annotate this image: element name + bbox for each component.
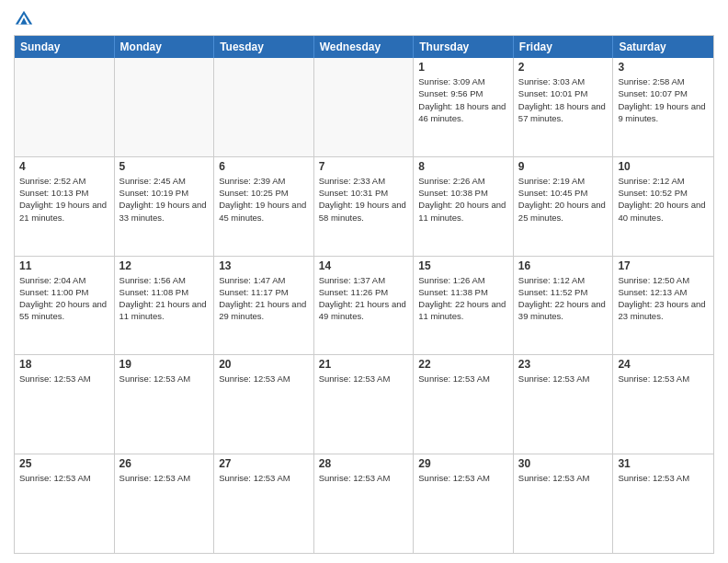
day-cell: 15Sunrise: 1:26 AM Sunset: 11:38 PM Dayl… xyxy=(414,257,514,355)
day-number: 16 xyxy=(518,259,609,272)
day-cell: 11Sunrise: 2:04 AM Sunset: 11:00 PM Dayl… xyxy=(15,257,115,355)
day-number: 12 xyxy=(119,259,210,272)
day-info: Sunrise: 2:33 AM Sunset: 10:31 PM Daylig… xyxy=(319,175,409,224)
day-info: Sunrise: 1:47 AM Sunset: 11:17 PM Daylig… xyxy=(219,274,309,323)
day-info: Sunrise: 12:53 AM xyxy=(319,472,409,484)
day-number: 30 xyxy=(518,457,609,470)
day-header-wednesday: Wednesday xyxy=(314,36,415,58)
day-cell: 26Sunrise: 12:53 AM xyxy=(115,454,215,553)
header xyxy=(14,9,714,29)
day-number: 18 xyxy=(19,358,109,371)
day-cell: 28Sunrise: 12:53 AM xyxy=(314,454,415,553)
day-info: Sunrise: 12:53 AM xyxy=(518,472,609,484)
day-cell: 21Sunrise: 12:53 AM xyxy=(314,355,415,454)
week-row-2: 4Sunrise: 2:52 AM Sunset: 10:13 PM Dayli… xyxy=(15,157,713,257)
day-number: 9 xyxy=(518,160,609,173)
day-info: Sunrise: 12:53 AM xyxy=(19,373,109,385)
day-headers: SundayMondayTuesdayWednesdayThursdayFrid… xyxy=(15,36,713,58)
day-number: 22 xyxy=(418,358,508,371)
day-cell: 13Sunrise: 1:47 AM Sunset: 11:17 PM Dayl… xyxy=(214,257,314,355)
week-row-3: 11Sunrise: 2:04 AM Sunset: 11:00 PM Dayl… xyxy=(15,257,713,356)
logo xyxy=(14,9,38,29)
day-header-saturday: Saturday xyxy=(613,36,713,58)
day-info: Sunrise: 1:26 AM Sunset: 11:38 PM Daylig… xyxy=(418,274,508,323)
day-cell xyxy=(214,58,314,156)
day-cell: 3Sunrise: 2:58 AM Sunset: 10:07 PM Dayli… xyxy=(613,58,713,156)
day-info: Sunrise: 1:12 AM Sunset: 11:52 PM Daylig… xyxy=(518,274,609,323)
week-row-1: 1Sunrise: 3:09 AM Sunset: 9:56 PM Daylig… xyxy=(15,58,713,157)
day-number: 15 xyxy=(418,259,508,272)
day-cell: 5Sunrise: 2:45 AM Sunset: 10:19 PM Dayli… xyxy=(115,157,215,256)
day-cell xyxy=(115,58,215,156)
day-info: Sunrise: 12:53 AM xyxy=(119,373,210,385)
day-number: 21 xyxy=(319,358,409,371)
day-cell: 25Sunrise: 12:53 AM xyxy=(15,454,115,553)
week-row-4: 18Sunrise: 12:53 AM19Sunrise: 12:53 AM20… xyxy=(15,355,713,454)
day-number: 23 xyxy=(518,358,609,371)
day-info: Sunrise: 1:37 AM Sunset: 11:26 PM Daylig… xyxy=(319,274,409,323)
day-cell: 2Sunrise: 3:03 AM Sunset: 10:01 PM Dayli… xyxy=(514,58,614,156)
day-number: 26 xyxy=(119,457,210,470)
day-number: 24 xyxy=(618,358,709,371)
day-cell: 20Sunrise: 12:53 AM xyxy=(214,355,314,454)
day-info: Sunrise: 2:58 AM Sunset: 10:07 PM Daylig… xyxy=(618,75,709,124)
day-cell: 16Sunrise: 1:12 AM Sunset: 11:52 PM Dayl… xyxy=(514,257,614,355)
day-cell: 1Sunrise: 3:09 AM Sunset: 9:56 PM Daylig… xyxy=(414,58,514,156)
day-cell: 24Sunrise: 12:53 AM xyxy=(613,355,713,454)
day-cell: 18Sunrise: 12:53 AM xyxy=(15,355,115,454)
day-cell: 7Sunrise: 2:33 AM Sunset: 10:31 PM Dayli… xyxy=(314,157,415,256)
day-number: 31 xyxy=(618,457,709,470)
day-info: Sunrise: 12:53 AM xyxy=(219,472,309,484)
day-info: Sunrise: 3:03 AM Sunset: 10:01 PM Daylig… xyxy=(518,75,609,124)
day-cell: 19Sunrise: 12:53 AM xyxy=(115,355,215,454)
day-number: 2 xyxy=(518,61,609,74)
day-cell xyxy=(314,58,415,156)
day-header-tuesday: Tuesday xyxy=(214,36,314,58)
day-number: 27 xyxy=(219,457,309,470)
day-number: 5 xyxy=(119,160,210,173)
day-number: 19 xyxy=(119,358,210,371)
day-header-monday: Monday xyxy=(115,36,215,58)
day-number: 25 xyxy=(19,457,109,470)
week-row-5: 25Sunrise: 12:53 AM26Sunrise: 12:53 AM27… xyxy=(15,454,713,553)
day-number: 28 xyxy=(319,457,409,470)
day-info: Sunrise: 12:53 AM xyxy=(418,472,508,484)
day-number: 8 xyxy=(418,160,508,173)
day-info: Sunrise: 12:53 AM xyxy=(319,373,409,385)
day-cell xyxy=(15,58,115,156)
day-number: 11 xyxy=(19,259,109,272)
day-info: Sunrise: 2:19 AM Sunset: 10:45 PM Daylig… xyxy=(518,175,609,224)
day-info: Sunrise: 2:52 AM Sunset: 10:13 PM Daylig… xyxy=(19,175,109,224)
day-cell: 17Sunrise: 12:50 AM Sunset: 12:13 AM Day… xyxy=(613,257,713,355)
day-cell: 22Sunrise: 12:53 AM xyxy=(414,355,514,454)
day-number: 10 xyxy=(618,160,709,173)
day-cell: 10Sunrise: 2:12 AM Sunset: 10:52 PM Dayl… xyxy=(613,157,713,256)
day-cell: 31Sunrise: 12:53 AM xyxy=(613,454,713,553)
day-info: Sunrise: 2:45 AM Sunset: 10:19 PM Daylig… xyxy=(119,175,210,224)
day-info: Sunrise: 12:53 AM xyxy=(518,373,609,385)
day-number: 7 xyxy=(319,160,409,173)
day-number: 6 xyxy=(219,160,309,173)
day-cell: 29Sunrise: 12:53 AM xyxy=(414,454,514,553)
day-cell: 4Sunrise: 2:52 AM Sunset: 10:13 PM Dayli… xyxy=(15,157,115,256)
day-info: Sunrise: 2:39 AM Sunset: 10:25 PM Daylig… xyxy=(219,175,309,224)
day-info: Sunrise: 12:50 AM Sunset: 12:13 AM Dayli… xyxy=(618,274,709,323)
day-header-sunday: Sunday xyxy=(15,36,115,58)
day-header-friday: Friday xyxy=(514,36,614,58)
day-number: 1 xyxy=(418,61,508,74)
day-number: 13 xyxy=(219,259,309,272)
day-number: 3 xyxy=(618,61,709,74)
day-cell: 23Sunrise: 12:53 AM xyxy=(514,355,614,454)
day-cell: 6Sunrise: 2:39 AM Sunset: 10:25 PM Dayli… xyxy=(214,157,314,256)
day-number: 4 xyxy=(19,160,109,173)
calendar-body: 1Sunrise: 3:09 AM Sunset: 9:56 PM Daylig… xyxy=(15,58,713,553)
day-number: 29 xyxy=(418,457,508,470)
day-info: Sunrise: 12:53 AM xyxy=(418,373,508,385)
day-info: Sunrise: 2:26 AM Sunset: 10:38 PM Daylig… xyxy=(418,175,508,224)
day-cell: 8Sunrise: 2:26 AM Sunset: 10:38 PM Dayli… xyxy=(414,157,514,256)
logo-icon xyxy=(14,9,34,29)
day-info: Sunrise: 12:53 AM xyxy=(618,472,709,484)
day-cell: 30Sunrise: 12:53 AM xyxy=(514,454,614,553)
day-cell: 27Sunrise: 12:53 AM xyxy=(214,454,314,553)
day-info: Sunrise: 2:04 AM Sunset: 11:00 PM Daylig… xyxy=(19,274,109,323)
